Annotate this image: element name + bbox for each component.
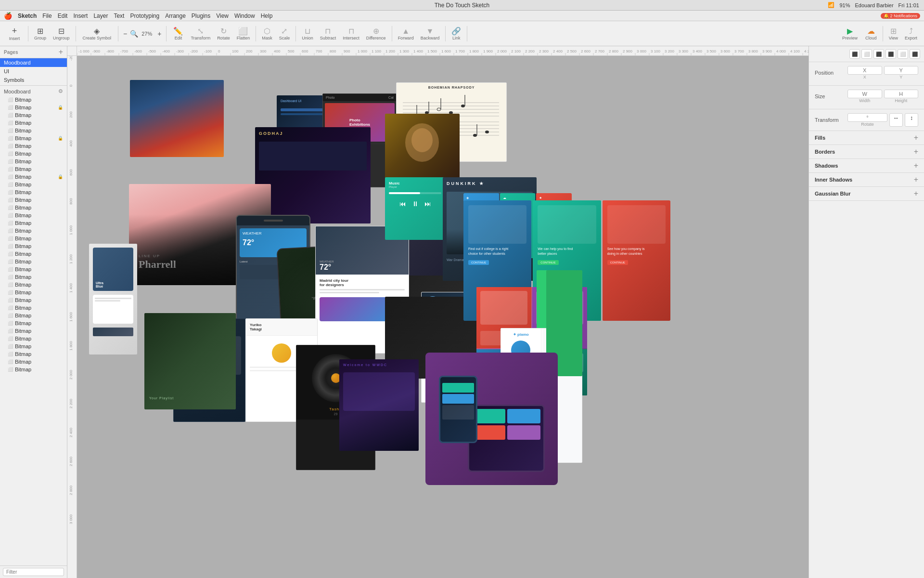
align-left-button[interactable]: ⬛ xyxy=(849,49,860,59)
create-symbol-button[interactable]: ◈ Create Symbol xyxy=(79,26,116,41)
fills-add-button[interactable]: + xyxy=(914,134,918,142)
menu-prototyping[interactable]: Prototyping xyxy=(130,13,159,19)
layer-item[interactable]: ⬜Bitmap xyxy=(0,358,67,366)
page-options-icon[interactable]: ⚙ xyxy=(58,88,63,94)
layer-item[interactable]: ⬜Bitmap xyxy=(0,111,67,119)
layer-item[interactable]: ⬜Bitmap🔒 xyxy=(0,104,67,111)
layer-item[interactable]: ⬜Bitmap xyxy=(0,235,67,242)
menu-sketch[interactable]: Sketch xyxy=(18,13,37,19)
layer-item[interactable]: ⬜Bitmap xyxy=(0,265,67,273)
position-y-input[interactable] xyxy=(884,66,919,75)
add-page-button[interactable]: + xyxy=(59,48,63,56)
page-item-moodboard[interactable]: Moodboard xyxy=(0,58,67,67)
layer-item[interactable]: ⬜Bitmap xyxy=(0,227,67,235)
menu-help[interactable]: Help xyxy=(261,13,273,19)
menu-text[interactable]: Text xyxy=(114,13,124,19)
layer-item[interactable]: ⬜Bitmap xyxy=(0,127,67,134)
group-button[interactable]: ⊞ Group xyxy=(31,26,49,41)
apple-menu[interactable]: 🍎 xyxy=(4,12,12,20)
layer-item[interactable]: ⬜Bitmap xyxy=(0,342,67,350)
moodboard-item[interactable]: Your Playlist xyxy=(144,313,236,409)
align-bottom-button[interactable]: ⬛ xyxy=(910,49,920,59)
canvas[interactable]: Dashboard UI Photo Cat PhotoExhibitions … xyxy=(77,56,808,578)
layer-item[interactable]: ⬜Bitmap xyxy=(0,165,67,173)
menu-plugins[interactable]: Plugins xyxy=(192,13,210,19)
moodboard-item[interactable]: UltraBlue xyxy=(89,244,137,355)
layer-item[interactable]: ⬜Bitmap xyxy=(0,350,67,358)
moodboard-item[interactable] xyxy=(130,80,224,157)
layer-item[interactable]: ⬜Bitmap xyxy=(0,188,67,196)
layer-item[interactable]: ⬜Bitmap🔒 xyxy=(0,134,67,142)
flatten-button[interactable]: ⬜ Flatten xyxy=(234,26,253,41)
flip-v-button[interactable]: ↕ xyxy=(905,113,918,127)
gaussian-blur-add-button[interactable]: + xyxy=(914,190,918,197)
preview-button[interactable]: ▶ Preview xyxy=(838,26,861,41)
backward-button[interactable]: ▼ Backward xyxy=(418,26,443,41)
layer-item[interactable]: ⬜Bitmap xyxy=(0,96,67,104)
layer-item[interactable]: ⬜Bitmap xyxy=(0,211,67,219)
layer-item[interactable]: ⬜Bitmap xyxy=(0,142,67,150)
layer-item[interactable]: ⬜Bitmap xyxy=(0,312,67,319)
menu-insert[interactable]: Insert xyxy=(73,13,88,19)
borders-add-button[interactable]: + xyxy=(914,148,918,156)
layer-item[interactable]: ⬜Bitmap xyxy=(0,204,67,211)
notifications-badge[interactable]: 🔔2 Notifications xyxy=(881,13,920,19)
union-button[interactable]: ⊔ Union xyxy=(299,26,316,41)
layer-item[interactable]: ⬜Bitmap xyxy=(0,181,67,188)
align-top-button[interactable]: ⬛ xyxy=(886,49,896,59)
align-right-button[interactable]: ⬛ xyxy=(873,49,884,59)
layer-item[interactable]: ⬜Bitmap xyxy=(0,196,67,204)
subtract-button[interactable]: ⊓ Subtract xyxy=(317,26,339,41)
zoom-in-button[interactable]: + xyxy=(155,29,163,39)
forward-button[interactable]: ▲ Forward xyxy=(395,26,417,41)
layer-item[interactable]: ⬜Bitmap xyxy=(0,158,67,165)
position-x-input[interactable] xyxy=(847,66,882,75)
search-input[interactable] xyxy=(3,568,64,576)
ungroup-button[interactable]: ⊟ Ungroup xyxy=(50,26,73,41)
layer-item[interactable]: ⬜Bitmap xyxy=(0,289,67,296)
layer-item[interactable]: ⬜Bitmap xyxy=(0,219,67,227)
inner-shadows-add-button[interactable]: + xyxy=(914,176,918,184)
scale-button[interactable]: ⤢ Scale xyxy=(276,26,293,41)
link-button[interactable]: 🔗 Link xyxy=(449,26,464,41)
layer-item[interactable]: ⬜Bitmap xyxy=(0,281,67,289)
layer-item[interactable]: ⬜Bitmap xyxy=(0,258,67,265)
moodboard-item[interactable]: GODHAJ xyxy=(255,127,371,223)
layer-item[interactable]: ⬜Bitmap xyxy=(0,304,67,312)
flip-h-button[interactable]: ↔ xyxy=(889,113,903,127)
zoom-out-button[interactable]: − xyxy=(121,29,129,39)
menu-layer[interactable]: Layer xyxy=(93,13,108,19)
moodboard-item[interactable] xyxy=(474,276,575,390)
menu-window[interactable]: Window xyxy=(234,13,255,19)
layer-item[interactable]: ⬜Bitmap xyxy=(0,119,67,127)
view-button[interactable]: ⊞ View xyxy=(886,26,901,41)
moodboard-item[interactable]: Welcome to WWDC xyxy=(339,359,419,451)
moodboard-item[interactable]: Music Player ⏮⏸⏭ xyxy=(385,177,445,240)
page-item-ui[interactable]: UI xyxy=(0,67,67,76)
rotate-button[interactable]: ↻ Rotate xyxy=(214,26,233,41)
layer-item[interactable]: ⬜Bitmap xyxy=(0,250,67,258)
transform-button[interactable]: ⤡ Transform xyxy=(188,26,213,41)
width-input[interactable] xyxy=(847,90,882,98)
layer-item[interactable]: ⬜Bitmap xyxy=(0,150,67,158)
difference-button[interactable]: ⊕ Difference xyxy=(363,26,389,41)
intersect-button[interactable]: ⊓ Intersect xyxy=(340,26,362,41)
layer-item[interactable]: ⬜Bitmap xyxy=(0,327,67,335)
cloud-button[interactable]: ☁ Cloud xyxy=(862,26,880,41)
layer-item[interactable]: ⬜Bitmap🔒 xyxy=(0,173,67,181)
page-item-symbols[interactable]: Symbols xyxy=(0,76,67,84)
menu-edit[interactable]: Edit xyxy=(58,13,68,19)
height-input[interactable] xyxy=(884,90,919,98)
shadows-add-button[interactable]: + xyxy=(914,162,918,170)
insert-button[interactable]: + Insert xyxy=(4,25,25,42)
layer-item[interactable]: ⬜Bitmap xyxy=(0,366,67,373)
layer-item[interactable]: ⬜Bitmap xyxy=(0,335,67,342)
layer-item[interactable]: ⬜Bitmap xyxy=(0,242,67,250)
rotate-input[interactable] xyxy=(847,113,887,122)
export-button[interactable]: ⤴ Export xyxy=(902,26,920,41)
align-center-v-button[interactable]: ⬜ xyxy=(898,49,908,59)
menu-arrange[interactable]: Arrange xyxy=(165,13,186,19)
layer-item[interactable]: ⬜Bitmap xyxy=(0,319,67,327)
menu-file[interactable]: File xyxy=(42,13,51,19)
layer-item[interactable]: ⬜Bitmap xyxy=(0,273,67,281)
